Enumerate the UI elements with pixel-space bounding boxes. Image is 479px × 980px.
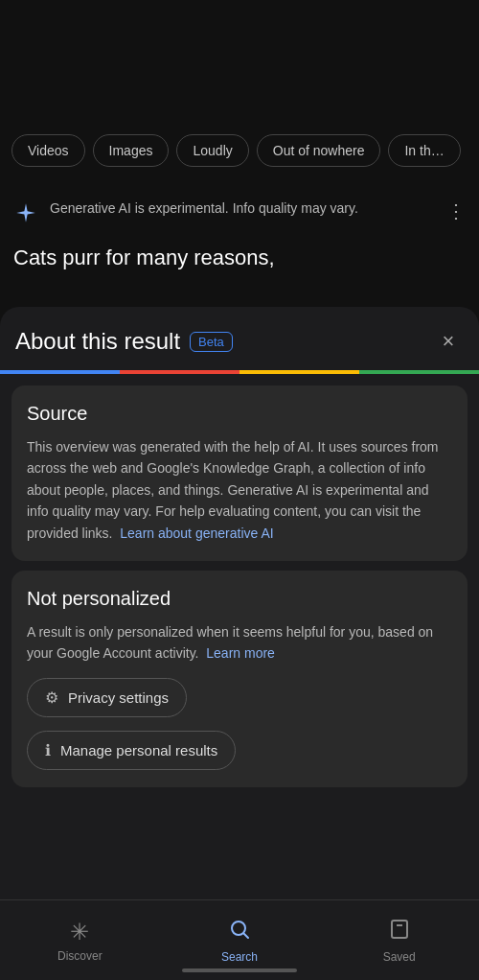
nav-saved[interactable]: Saved: [319, 918, 479, 964]
info-icon: ℹ: [45, 741, 51, 759]
learn-about-ai-link[interactable]: Learn about generative AI: [120, 525, 273, 541]
discover-icon: ✳: [70, 919, 89, 945]
search-icon: [228, 918, 251, 946]
chip-loudly[interactable]: Loudly: [176, 134, 248, 167]
ai-banner: Generative AI is experimental. Info qual…: [0, 184, 479, 242]
nav-discover[interactable]: ✳ Discover: [0, 919, 160, 963]
not-personalized-body: A result is only personalized when it se…: [27, 621, 452, 665]
svg-rect-2: [392, 921, 407, 938]
ai-banner-text: Generative AI is experimental. Info qual…: [50, 199, 435, 219]
home-indicator: [182, 968, 297, 972]
svg-line-1: [244, 933, 249, 938]
beta-badge: Beta: [190, 332, 233, 352]
search-label: Search: [221, 950, 258, 964]
chips-row: Videos Images Loudly Out of nowhere In t…: [0, 0, 479, 167]
source-card-body: This overview was generated with the hel…: [27, 436, 452, 544]
modal-content: Source This overview was generated with …: [0, 385, 479, 893]
manage-personal-results-label: Manage personal results: [60, 742, 217, 758]
ai-more-icon[interactable]: ⋮: [446, 199, 466, 222]
chip-out-of-nowhere[interactable]: Out of nowhere: [257, 134, 381, 167]
privacy-settings-button[interactable]: ⚙ Privacy settings: [27, 678, 187, 717]
google-color-bar: [0, 370, 479, 374]
nav-search[interactable]: Search: [160, 918, 320, 964]
modal-title: About this result: [15, 328, 180, 355]
not-personalized-card: Not personalized A result is only person…: [11, 571, 468, 787]
not-personalized-title: Not personalized: [27, 588, 452, 610]
chip-images[interactable]: Images: [93, 134, 170, 167]
saved-label: Saved: [383, 950, 416, 964]
close-button[interactable]: ×: [433, 326, 464, 357]
learn-more-link[interactable]: Learn more: [206, 645, 275, 661]
source-card: Source This overview was generated with …: [11, 385, 468, 561]
chip-videos[interactable]: Videos: [11, 134, 85, 167]
saved-icon: [388, 918, 411, 946]
about-result-modal: About this result Beta × Source This ove…: [0, 307, 479, 980]
privacy-settings-label: Privacy settings: [68, 689, 169, 706]
source-card-title: Source: [27, 403, 452, 425]
chip-more[interactable]: In th…: [388, 134, 460, 167]
gear-icon: ⚙: [45, 688, 58, 707]
manage-personal-results-button[interactable]: ℹ Manage personal results: [27, 731, 236, 770]
top-section: Videos Images Loudly Out of nowhere In t…: [0, 0, 479, 345]
modal-header: About this result Beta ×: [0, 307, 479, 357]
ai-spark-icon: [13, 201, 38, 226]
discover-label: Discover: [57, 949, 103, 963]
cats-purr-text: Cats purr for many reasons,: [0, 242, 479, 286]
